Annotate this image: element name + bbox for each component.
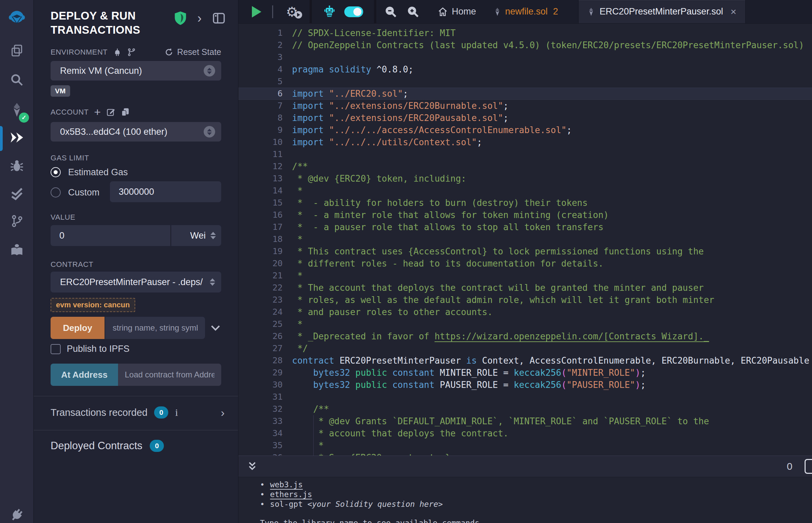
code-line: 5: [239, 75, 812, 88]
publish-ipfs-checkbox[interactable]: [51, 344, 61, 354]
sign-message-icon[interactable]: [106, 108, 115, 116]
value-input[interactable]: [51, 225, 170, 246]
add-account-icon[interactable]: +: [94, 106, 101, 119]
code-line: 2// OpenZeppelin Contracts (last updated…: [239, 39, 812, 51]
zoom-in-icon[interactable]: [407, 5, 420, 18]
toolbar-separator: [272, 5, 273, 18]
ai-assistant-icon[interactable]: [323, 5, 336, 19]
value-unit-select[interactable]: Wei: [171, 225, 221, 246]
code-line: 4pragma solidity ^0.8.0;: [239, 64, 812, 75]
sidebar-item-debugger[interactable]: [0, 155, 34, 177]
run-script-button[interactable]: [252, 6, 261, 18]
sidebar-item-deploy-and-run[interactable]: [0, 127, 34, 148]
editor-topbar: ⚙: [239, 0, 812, 23]
panel-header: DEPLOY & RUN TRANSACTIONS ›: [34, 0, 238, 37]
code-line: 23 * roles, as well as the default admin…: [239, 294, 812, 306]
custom-gas-radio[interactable]: [51, 187, 61, 197]
expand-transactions-icon[interactable]: ›: [221, 407, 225, 418]
copy-icon[interactable]: [121, 108, 130, 116]
ethersjs-link[interactable]: ethers.js: [270, 490, 312, 499]
evm-version-badge: evm version: cancun: [51, 298, 135, 312]
fork-icon[interactable]: [127, 48, 136, 57]
compile-success-badge: ✓: [19, 112, 29, 123]
deployed-contracts-count-badge: 0: [150, 440, 164, 452]
custom-gas-input[interactable]: [110, 181, 221, 202]
vm-badge: VM: [51, 85, 70, 97]
estimated-gas-row: Estimated Gas: [51, 166, 221, 178]
collapse-terminal-icon[interactable]: [247, 461, 258, 472]
code-line: 31: [239, 391, 812, 403]
value-unit: Wei: [190, 231, 206, 241]
search-icon: [10, 73, 24, 87]
publish-ipfs-label: Publish to IPFS: [67, 344, 129, 354]
terminal-count: 0: [787, 461, 792, 472]
layout-panel-icon[interactable]: [212, 11, 226, 25]
transactions-count-badge: 0: [154, 407, 168, 418]
code-line: 11: [239, 148, 812, 160]
terminal-list-item: web3.js: [260, 480, 812, 490]
at-address-input[interactable]: [118, 364, 221, 386]
plug-icon: [6, 504, 28, 523]
tab-newfile[interactable]: newfile.sol 2: [494, 0, 558, 23]
code-line: 9import "../../../access/AccessControlEn…: [239, 124, 812, 136]
plug-icon[interactable]: [113, 48, 122, 57]
account-select[interactable]: 0x5B3...eddC4 (100 ether): [51, 122, 221, 142]
ai-copilot-toggle[interactable]: [344, 6, 363, 17]
code-line: 15 * - ability for holders to burn (dest…: [239, 197, 812, 209]
sidebar-item-git[interactable]: [0, 210, 34, 232]
at-address-row: At Address: [51, 364, 221, 386]
custom-gas-label: Custom: [68, 187, 100, 198]
code-line: 21 *: [239, 270, 812, 282]
unit-stepper-icon: [210, 232, 216, 239]
at-address-button[interactable]: At Address: [51, 364, 118, 386]
contract-row-label: CONTRACT: [51, 260, 221, 269]
code-line: 7import "../extensions/ERC20Burnable.sol…: [239, 100, 812, 112]
refresh-icon: [164, 48, 174, 57]
web3js-link[interactable]: web3.js: [270, 480, 303, 489]
code-line: 26 * _Deprecated in favor of https://wiz…: [239, 330, 812, 342]
code-line: 1// SPDX-License-Identifier: MIT: [239, 27, 812, 39]
code-line: 13 * @dev {ERC20} token, including:: [239, 173, 812, 185]
value-row-label: VALUE: [51, 213, 221, 222]
info-icon[interactable]: i: [175, 407, 178, 418]
sidebar-item-unit-testing[interactable]: [0, 183, 34, 205]
code-line: 27 */: [239, 342, 812, 355]
sidebar-item-file-explorer[interactable]: [0, 40, 34, 61]
tab-home[interactable]: Home: [438, 0, 476, 23]
sidebar-item-solidity-compiler[interactable]: ✓: [0, 99, 34, 121]
reset-state-button[interactable]: Reset State: [164, 47, 221, 57]
chevron-right-icon[interactable]: ›: [197, 12, 202, 24]
terminal-toolbar: 0: [239, 456, 812, 477]
gas-limit-row: GAS LIMIT: [51, 154, 221, 162]
remix-app: ✓: [0, 0, 812, 523]
code-line: 35 *: [239, 439, 812, 452]
transactions-recorded-label: Transactions recorded: [51, 407, 147, 418]
chevron-down-icon[interactable]: [210, 322, 221, 333]
deploy-button[interactable]: Deploy: [51, 317, 105, 339]
account-row: ACCOUNT +: [51, 106, 221, 119]
code-line: 16 * - a minter role that allows for tok…: [239, 209, 812, 221]
account-label: ACCOUNT +: [51, 106, 130, 119]
code-editor[interactable]: 1// SPDX-License-Identifier: MIT2// Open…: [239, 23, 812, 456]
contract-select[interactable]: ERC20PresetMinterPauser - .deps/: [51, 272, 221, 292]
play-badge-icon: [295, 11, 302, 19]
code-line: 28contract ERC20PresetMinterPauser is Co…: [239, 355, 812, 367]
constructor-args-input[interactable]: [105, 317, 205, 339]
book-icon: [10, 243, 24, 257]
close-tab-icon[interactable]: ×: [730, 6, 737, 18]
terminal-search-box-partial[interactable]: [805, 459, 812, 474]
sidebar-item-search[interactable]: [0, 69, 34, 91]
tab-erc20presetminterpauser[interactable]: ERC20PresetMinterPauser.sol ×: [578, 0, 745, 23]
sidebar-item-plugin-manager[interactable]: [0, 239, 34, 261]
estimated-gas-radio[interactable]: [51, 167, 61, 177]
select-stepper-icon: [204, 126, 215, 138]
contract-label: CONTRACT: [51, 260, 93, 269]
zoom-out-icon[interactable]: [384, 5, 397, 18]
script-config-button[interactable]: ⚙: [286, 5, 298, 19]
remix-logo[interactable]: [0, 7, 34, 29]
solgpt-prefix: sol-gpt: [270, 500, 307, 508]
deployed-contracts-label: Deployed Contracts: [51, 440, 142, 452]
code-line: 3: [239, 51, 812, 64]
environment-select[interactable]: Remix VM (Cancun): [51, 61, 221, 80]
plug-icon-partial[interactable]: [0, 504, 34, 523]
